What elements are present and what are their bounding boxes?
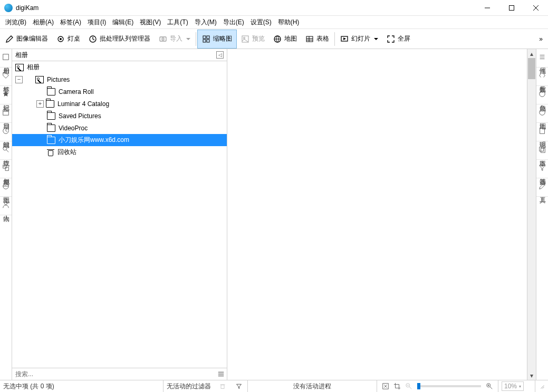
scrollbar[interactable]: ▴ ▾ (527, 49, 536, 380)
svg-line-48 (490, 387, 492, 389)
preview-button[interactable]: 预览 (237, 30, 269, 49)
tree-item[interactable]: +Luminar 4 Catalog (12, 98, 227, 110)
album-tree[interactable]: 相册 −Pictures Camera Roll +Luminar 4 Cata… (12, 61, 227, 368)
menu-tags[interactable]: 标签(A) (57, 16, 84, 28)
thumbnails-button[interactable]: 缩略图 (197, 30, 237, 49)
fit-window-icon[interactable] (381, 381, 390, 391)
batch-queue-button[interactable]: 批处理队列管理器 (84, 30, 155, 49)
pane-header: 相册 ◁ (12, 49, 227, 61)
folder-icon (47, 137, 55, 144)
svg-line-26 (6, 150, 8, 152)
image-editor-button[interactable]: 图像编辑器 (1, 30, 52, 49)
collapse-button[interactable]: ◁ (216, 51, 224, 59)
tree-trash[interactable]: 回收站 (12, 146, 227, 158)
menu-tools[interactable]: 工具(T) (164, 16, 191, 28)
grip-icon (539, 383, 545, 389)
fullscreen-button[interactable]: 全屏 (382, 30, 415, 49)
crop-icon[interactable] (392, 381, 402, 391)
tree-item[interactable]: Camera Roll (12, 85, 227, 98)
folder-icon (47, 125, 55, 132)
image-icon (2, 53, 9, 61)
folder-icon (46, 100, 54, 108)
expand-icon[interactable]: + (36, 100, 44, 108)
search-options-button[interactable] (215, 368, 227, 380)
tab-properties[interactable]: 属性 (536, 49, 548, 68)
minimize-button[interactable] (475, 0, 499, 16)
separator (196, 32, 196, 46)
svg-rect-31 (218, 372, 224, 373)
tab-timeline[interactable]: 时间线 (0, 123, 12, 141)
tree-item[interactable]: VideoProc (12, 122, 227, 134)
menu-browse[interactable]: 浏览(B) (2, 16, 30, 28)
folder-icon (47, 112, 55, 120)
menu-view[interactable]: 视图(V) (137, 16, 164, 28)
svg-rect-27 (3, 165, 6, 168)
tab-metadata[interactable]: 元数据 (536, 68, 548, 86)
tab-colors[interactable]: 颜色 (536, 86, 548, 104)
similarity-icon (2, 164, 9, 171)
tree-item-selected[interactable]: 小刀娱乐网www.x6d.com (12, 134, 227, 146)
tab-labels[interactable]: 标记 (0, 86, 12, 104)
scroll-thumb[interactable] (528, 58, 535, 79)
scroll-down-icon[interactable]: ▾ (527, 371, 536, 380)
filter-icon[interactable] (234, 381, 244, 391)
pencil-icon (5, 35, 14, 43)
import-button[interactable]: 导入 (155, 30, 195, 49)
scroll-up-icon[interactable]: ▴ (527, 49, 536, 58)
tab-tags[interactable]: 标签 (0, 68, 12, 86)
light-table-button[interactable]: 灯桌 (52, 30, 84, 49)
table-button[interactable]: 表格 (301, 30, 333, 49)
menu-album[interactable]: 相册(A) (30, 16, 57, 28)
folder-icon (47, 88, 55, 95)
tab-map[interactable]: 地图 (0, 178, 12, 197)
zoom-in-icon[interactable] (485, 381, 494, 391)
tree-root[interactable]: 相册 (12, 61, 227, 73)
tree-item[interactable]: Saved Pictures (12, 110, 227, 122)
grid-icon (202, 35, 210, 43)
tab-filters[interactable]: 筛选器 (536, 160, 548, 178)
tab-people[interactable]: 人物 (0, 197, 12, 215)
svg-point-25 (3, 147, 7, 150)
svg-rect-33 (218, 376, 224, 377)
tab-versions[interactable]: 版本 (536, 141, 548, 160)
left-sidebar-tabs: 相册 标签 标记 日期 时间线 查找 相似度 地图 人物 (0, 49, 12, 380)
palette-icon (539, 90, 546, 98)
collapse-icon[interactable]: − (15, 76, 23, 83)
tab-search[interactable]: 查找 (0, 141, 12, 160)
tab-similarity[interactable]: 相似度 (0, 160, 12, 178)
toolbar-overflow[interactable]: » (535, 30, 547, 49)
menu-help[interactable]: 帮助(H) (275, 16, 303, 28)
fullscreen-icon (387, 35, 395, 43)
tab-dates[interactable]: 日期 (0, 104, 12, 123)
tab-tools[interactable]: 工具 (536, 178, 548, 197)
zoom-slider[interactable] (417, 385, 481, 387)
light-table-icon (56, 35, 65, 43)
svg-rect-12 (207, 40, 209, 42)
map-button[interactable]: 地图 (269, 30, 301, 49)
svg-rect-22 (3, 110, 9, 116)
image-icon (35, 76, 44, 83)
zoom-value[interactable]: 10%▾ (502, 381, 524, 391)
svg-point-5 (60, 38, 62, 40)
tab-captions[interactable]: 说明 (536, 123, 548, 141)
status-grip (535, 380, 548, 392)
globe-icon (2, 183, 9, 190)
titlebar: digiKam (0, 0, 548, 16)
zoom-out-icon (404, 381, 414, 391)
menu-export[interactable]: 导出(E) (220, 16, 247, 28)
play-icon (340, 35, 349, 43)
slideshow-button[interactable]: 幻灯片 (336, 30, 382, 49)
tab-albums[interactable]: 相册 (0, 49, 12, 68)
chevron-right-icon: » (539, 35, 543, 43)
thumbnail-view[interactable]: ▴ ▾ (227, 49, 536, 380)
close-button[interactable] (524, 0, 548, 16)
clock-icon (2, 127, 9, 135)
tree-pictures[interactable]: −Pictures (12, 73, 227, 85)
maximize-button[interactable] (499, 0, 524, 16)
menu-settings[interactable]: 设置(S) (247, 16, 275, 28)
menu-import[interactable]: 导入(M) (191, 16, 220, 28)
tab-map-right[interactable]: 地图 (536, 104, 548, 123)
search-input[interactable] (12, 370, 215, 378)
menu-item[interactable]: 项目(I) (84, 16, 109, 28)
menu-edit[interactable]: 编辑(E) (109, 16, 137, 28)
